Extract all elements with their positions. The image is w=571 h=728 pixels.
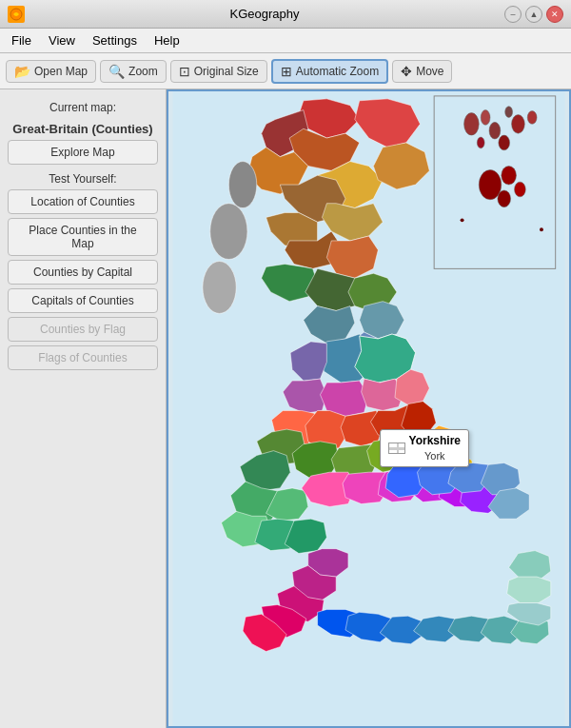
map-svg [168,91,569,726]
map-area[interactable]: Yorkshire York [167,89,571,728]
move-button[interactable]: ✥ Move [392,60,452,83]
move-label: Move [416,65,443,78]
location-of-counties-button[interactable]: Location of Counties [8,189,158,214]
menu-view[interactable]: View [41,31,83,49]
main-content: Current map: Great-Britain (Counties) Ex… [0,89,571,728]
move-icon: ✥ [401,64,412,79]
counties-by-flag-button[interactable]: Counties by Flag [8,317,158,342]
sidebar: Current map: Great-Britain (Counties) Ex… [0,89,167,728]
svg-point-12 [203,262,236,314]
menu-settings[interactable]: Settings [85,31,145,49]
open-map-label: Open Map [34,65,88,78]
test-yourself-label: Test Yourself: [8,172,158,186]
svg-point-86 [498,190,511,207]
current-map-label: Current map: [8,101,158,114]
zoom-icon: 🔍 [108,64,125,79]
zoom-label: Zoom [128,65,158,78]
flags-of-counties-button[interactable]: Flags of Counties [8,345,158,370]
svg-point-10 [228,162,256,208]
svg-point-82 [477,137,484,148]
close-button[interactable]: ✕ [546,6,563,23]
svg-point-77 [489,122,501,139]
automatic-zoom-label: Automatic Zoom [296,65,379,78]
menu-help[interactable]: Help [147,31,187,49]
current-map-name: Great-Britain (Counties) [8,122,158,136]
svg-point-75 [464,113,480,136]
menu-bar: File View Settings Help [0,29,571,53]
svg-point-88 [461,218,464,222]
open-map-icon: 📂 [14,64,30,79]
minimize-button[interactable]: – [504,6,522,23]
original-size-icon: ⊡ [179,64,190,79]
menu-file[interactable]: File [4,31,39,49]
svg-point-79 [512,115,525,134]
original-size-button[interactable]: ⊡ Original Size [170,60,267,83]
counties-by-capital-button[interactable]: Counties by Capital [8,260,158,285]
svg-point-11 [210,204,247,260]
toolbar: 📂 Open Map 🔍 Zoom ⊡ Original Size ⊞ Auto… [0,53,571,89]
window-controls: – ▲ ✕ [504,6,563,23]
window-title: KGeography [230,7,300,21]
maximize-button[interactable]: ▲ [525,6,542,23]
open-map-button[interactable]: 📂 Open Map [6,60,96,83]
title-bar: KGeography – ▲ ✕ [0,0,571,29]
svg-point-87 [540,227,543,231]
svg-point-78 [505,107,513,118]
place-counties-button[interactable]: Place Counties in the Map [8,218,158,256]
automatic-zoom-icon: ⊞ [281,64,292,79]
app-icon [8,6,25,23]
svg-point-81 [499,135,510,150]
zoom-button[interactable]: 🔍 Zoom [100,60,167,83]
svg-point-85 [515,182,526,197]
svg-point-76 [481,110,490,126]
svg-point-84 [502,166,517,185]
explore-map-button[interactable]: Explore Map [8,140,158,165]
svg-point-80 [527,111,537,125]
original-size-label: Original Size [194,65,259,78]
capitals-of-counties-button[interactable]: Capitals of Counties [8,288,158,313]
automatic-zoom-button[interactable]: ⊞ Automatic Zoom [271,59,388,84]
